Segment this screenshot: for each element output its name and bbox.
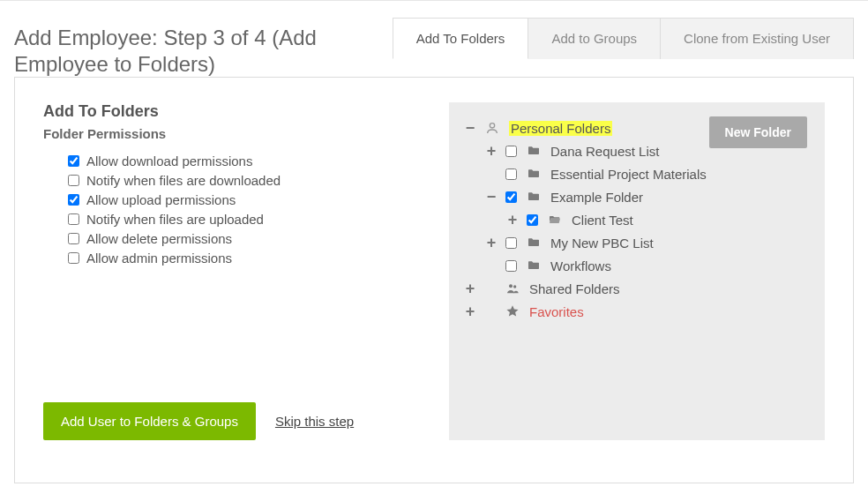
expand-icon[interactable]: + bbox=[465, 281, 475, 296]
tree-label[interactable]: Essential Project Materials bbox=[550, 167, 707, 182]
perm-label: Allow upload permissions bbox=[86, 192, 236, 207]
tree-checkbox[interactable] bbox=[505, 146, 517, 157]
tree-label[interactable]: Dana Request List bbox=[550, 144, 659, 159]
folder-icon bbox=[526, 167, 542, 181]
tree-label[interactable]: My New PBC List bbox=[550, 236, 654, 251]
perm-delete-checkbox[interactable] bbox=[68, 233, 79, 244]
svg-point-1 bbox=[509, 284, 513, 288]
folder-open-icon bbox=[547, 213, 563, 227]
tree-checkbox[interactable] bbox=[505, 191, 517, 203]
perm-label: Allow admin permissions bbox=[86, 251, 232, 266]
tree-label[interactable]: Workflows bbox=[550, 258, 611, 273]
tree-checkbox[interactable] bbox=[505, 260, 517, 272]
section-heading: Add To Folders bbox=[43, 102, 431, 121]
expand-icon[interactable]: + bbox=[465, 303, 475, 319]
svg-point-2 bbox=[513, 285, 516, 288]
tree-label-shared[interactable]: Shared Folders bbox=[529, 281, 620, 296]
tree-label[interactable]: Example Folder bbox=[550, 190, 643, 205]
section-subheading: Folder Permissions bbox=[43, 126, 431, 141]
expand-icon[interactable]: + bbox=[486, 143, 497, 159]
tab-bar: Add To Folders Add to Groups Clone from … bbox=[393, 18, 854, 59]
perm-notify-upload-checkbox[interactable] bbox=[68, 213, 79, 225]
expand-icon[interactable]: + bbox=[486, 235, 497, 251]
tree-checkbox[interactable] bbox=[527, 214, 538, 226]
perm-upload-checkbox[interactable] bbox=[68, 194, 79, 206]
folder-icon bbox=[526, 236, 542, 250]
person-icon bbox=[484, 121, 500, 135]
tab-clone-user[interactable]: Clone from Existing User bbox=[660, 18, 854, 59]
perm-label: Allow delete permissions bbox=[86, 231, 232, 246]
perm-admin-checkbox[interactable] bbox=[68, 252, 79, 264]
add-user-button[interactable]: Add User to Folders & Groups bbox=[43, 402, 256, 440]
collapse-icon[interactable]: − bbox=[465, 120, 475, 136]
folder-icon bbox=[526, 190, 542, 204]
tree-label[interactable]: Client Test bbox=[572, 213, 633, 228]
folder-icon bbox=[526, 258, 542, 273]
new-folder-button[interactable]: New Folder bbox=[709, 116, 807, 148]
collapse-icon[interactable]: − bbox=[486, 189, 497, 205]
tree-checkbox[interactable] bbox=[505, 168, 517, 180]
perm-label: Notify when files are uploaded bbox=[86, 212, 264, 227]
tree-checkbox[interactable] bbox=[505, 237, 517, 249]
tree-label-favorites[interactable]: Favorites bbox=[529, 304, 584, 319]
perm-label: Notify when files are downloaded bbox=[86, 173, 281, 188]
tab-add-to-groups[interactable]: Add to Groups bbox=[528, 18, 661, 59]
folder-icon bbox=[526, 144, 542, 158]
people-icon bbox=[505, 281, 520, 296]
permissions-list: Allow download permissions Notify when f… bbox=[43, 153, 431, 270]
perm-label: Allow download permissions bbox=[86, 153, 252, 168]
expand-icon[interactable]: + bbox=[507, 212, 518, 228]
tab-add-to-folders[interactable]: Add To Folders bbox=[393, 18, 529, 59]
tree-label-personal[interactable]: Personal Folders bbox=[509, 121, 612, 136]
page-title: Add Employee: Step 3 of 4 (Add Employee … bbox=[14, 7, 393, 78]
svg-point-0 bbox=[490, 124, 494, 128]
skip-link[interactable]: Skip this step bbox=[275, 414, 354, 429]
perm-notify-download-checkbox[interactable] bbox=[68, 175, 79, 186]
star-icon bbox=[505, 304, 520, 318]
perm-download-checkbox[interactable] bbox=[68, 155, 79, 167]
